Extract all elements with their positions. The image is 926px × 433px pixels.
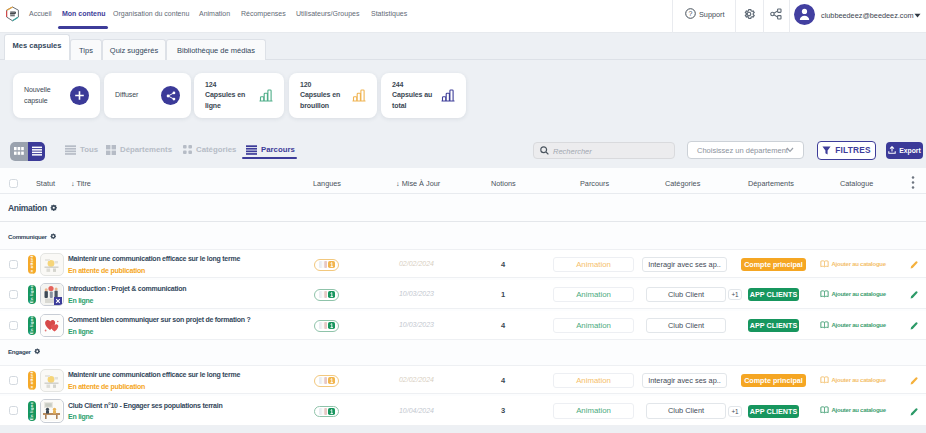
svg-text:?: ? xyxy=(689,10,693,17)
